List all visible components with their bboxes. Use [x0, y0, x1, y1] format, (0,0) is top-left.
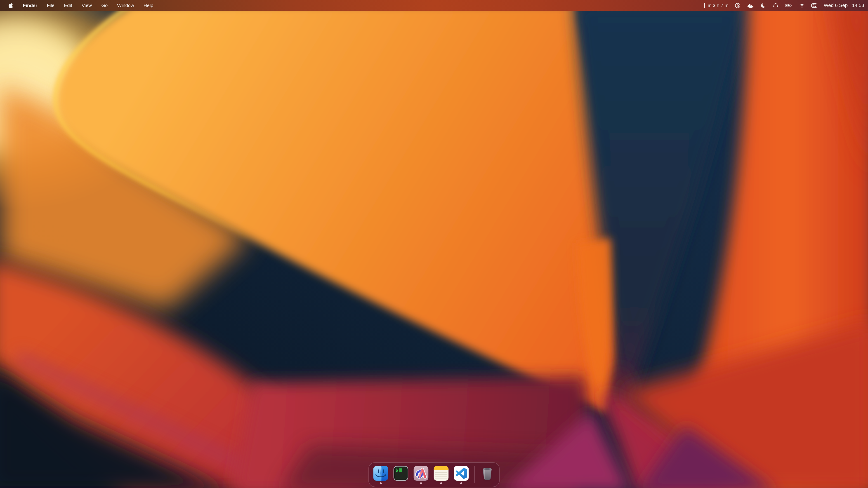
- dock-item-terminal[interactable]: $: [394, 466, 408, 481]
- menu-bar-status: in 3 h 7 m: [704, 2, 868, 8]
- apple-logo-icon: [8, 3, 13, 8]
- headphones-icon: [773, 2, 778, 8]
- menu-view[interactable]: View: [82, 0, 92, 11]
- menu-file[interactable]: File: [47, 0, 55, 11]
- menu-help[interactable]: Help: [144, 0, 153, 11]
- dock-item-a-ribbon-app[interactable]: [414, 466, 429, 481]
- status-timer[interactable]: in 3 h 7 m: [704, 2, 728, 8]
- focus-moon-icon: [761, 2, 767, 8]
- control-center-icon: [811, 3, 817, 8]
- status-focus[interactable]: [761, 2, 767, 8]
- running-indicator: [420, 482, 422, 484]
- docker-whale-icon: [747, 2, 754, 8]
- running-indicator: [380, 482, 382, 484]
- wifi-icon: [799, 3, 805, 8]
- terminal-icon: $: [394, 466, 408, 481]
- dock-separator: [474, 466, 475, 483]
- status-keyhole[interactable]: [735, 2, 741, 8]
- clock-time: 14:53: [852, 3, 864, 8]
- status-audio[interactable]: [773, 2, 778, 8]
- app-menu-finder[interactable]: Finder: [23, 0, 37, 11]
- menu-bar: Finder File Edit View Go Window Help in …: [0, 0, 868, 11]
- dock-item-finder[interactable]: [373, 466, 388, 481]
- running-indicator: [460, 482, 462, 484]
- trash-icon: [480, 466, 495, 481]
- dock: $: [368, 462, 500, 487]
- a-ribbon-app-icon: [414, 466, 429, 481]
- desktop: Finder File Edit View Go Window Help in …: [0, 0, 868, 488]
- vscode-icon: [454, 466, 469, 481]
- dock-item-trash[interactable]: [480, 466, 495, 481]
- status-wifi[interactable]: [799, 3, 805, 8]
- timer-bar-icon: [704, 2, 706, 8]
- timer-label: in 3 h 7 m: [708, 3, 728, 8]
- wallpaper-image: [0, 0, 868, 488]
- keyhole-circle-icon: [735, 2, 741, 8]
- menu-edit[interactable]: Edit: [64, 0, 72, 11]
- battery-charging-icon: [784, 2, 793, 8]
- menu-go[interactable]: Go: [101, 0, 107, 11]
- notes-icon: [434, 466, 449, 481]
- finder-icon: [373, 466, 388, 481]
- status-control-center[interactable]: [811, 3, 817, 8]
- dock-item-vscode[interactable]: [454, 466, 469, 481]
- status-battery[interactable]: [784, 2, 793, 8]
- apple-menu[interactable]: [8, 3, 13, 8]
- status-docker[interactable]: [747, 2, 754, 8]
- dock-item-notes[interactable]: [434, 466, 449, 481]
- menu-window[interactable]: Window: [117, 0, 134, 11]
- running-indicator: [440, 482, 442, 484]
- clock-date: Wed 6 Sep: [824, 3, 848, 8]
- menu-bar-left: Finder File Edit View Go Window Help: [0, 0, 153, 11]
- menu-bar-clock[interactable]: Wed 6 Sep 14:53: [824, 3, 864, 8]
- svg-text:$: $: [396, 468, 398, 473]
